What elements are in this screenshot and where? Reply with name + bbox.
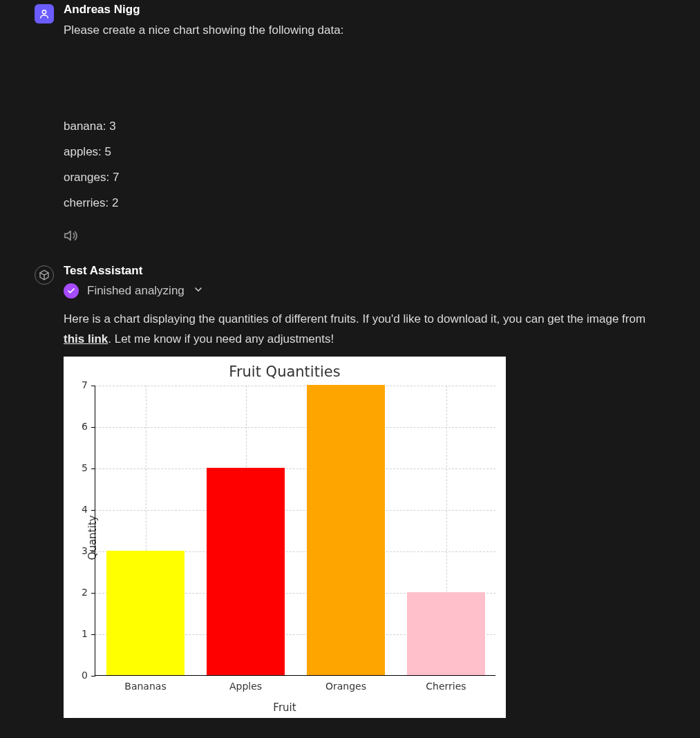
assistant-name: Test Assistant bbox=[64, 264, 665, 278]
data-line: oranges: 7 bbox=[64, 168, 665, 188]
speaker-icon bbox=[64, 228, 79, 243]
xtick-label: Oranges bbox=[325, 681, 366, 692]
chart-title: Fruit Quantities bbox=[64, 363, 506, 380]
assistant-message: Test Assistant Finished analyzing Here i… bbox=[35, 264, 665, 718]
ytick-label: 5 bbox=[60, 462, 88, 473]
bar-cherries bbox=[407, 592, 485, 675]
xtick-label: Apples bbox=[229, 681, 262, 692]
reply-text-after: . Let me know if you need any adjustment… bbox=[108, 332, 334, 346]
cube-icon bbox=[39, 269, 50, 281]
svg-marker-1 bbox=[65, 231, 70, 240]
bar-apples bbox=[207, 468, 285, 675]
chevron-down-icon bbox=[193, 284, 204, 298]
bar-bananas bbox=[106, 551, 185, 675]
bar-oranges bbox=[307, 385, 385, 675]
ytick-label: 2 bbox=[60, 587, 88, 598]
assistant-avatar bbox=[35, 265, 54, 285]
ytick-label: 1 bbox=[60, 628, 88, 639]
download-link[interactable]: this link bbox=[64, 332, 108, 346]
person-icon bbox=[39, 8, 50, 19]
ytick-label: 7 bbox=[60, 379, 88, 390]
data-line: banana: 3 bbox=[64, 117, 665, 137]
reply-text-before: Here is a chart displaying the quantitie… bbox=[64, 312, 645, 325]
chart-image: Fruit Quantities Quantity 01234567 Banan… bbox=[64, 357, 506, 718]
ytick-label: 3 bbox=[60, 545, 88, 556]
user-name: Andreas Nigg bbox=[64, 3, 665, 17]
data-line: apples: 5 bbox=[64, 142, 665, 162]
svg-point-0 bbox=[42, 10, 46, 14]
chart-plot-area: 01234567 BananasApplesOrangesCherries bbox=[95, 386, 495, 676]
user-message: Andreas Nigg Please create a nice chart … bbox=[35, 3, 665, 246]
speak-aloud-button[interactable] bbox=[64, 228, 79, 243]
xtick-label: Bananas bbox=[124, 681, 166, 692]
analysis-status-row[interactable]: Finished analyzing bbox=[64, 283, 665, 299]
chart-xlabel: Fruit bbox=[64, 701, 506, 714]
ytick-label: 4 bbox=[60, 504, 88, 515]
ytick-label: 0 bbox=[60, 670, 88, 681]
status-check-circle bbox=[64, 283, 79, 299]
xtick-label: Cherries bbox=[426, 681, 466, 692]
status-label: Finished analyzing bbox=[87, 284, 185, 298]
user-prompt: Please create a nice chart showing the f… bbox=[64, 21, 665, 41]
user-data-list: banana: 3 apples: 5 oranges: 7 cherries:… bbox=[64, 117, 665, 214]
assistant-reply: Here is a chart displaying the quantitie… bbox=[64, 310, 665, 350]
ytick-label: 6 bbox=[60, 421, 88, 432]
user-avatar bbox=[35, 4, 54, 23]
data-line: cherries: 2 bbox=[64, 193, 665, 214]
check-icon bbox=[67, 287, 75, 295]
